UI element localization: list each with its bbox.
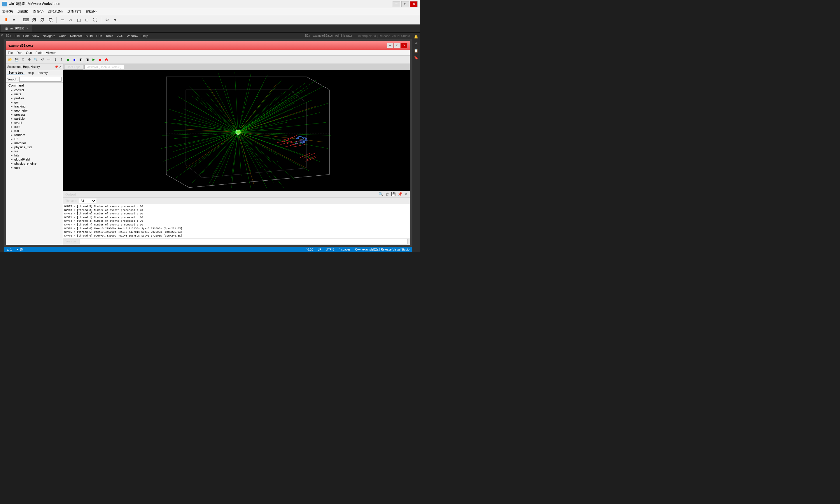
ide-menu-edit[interactable]: Edit [23, 34, 29, 38]
ide-menu-vcs[interactable]: VCS [117, 34, 123, 38]
tool-deco1[interactable]: ◧ [78, 57, 84, 62]
ctrl-alt-del-button[interactable]: ⌨ [22, 16, 30, 23]
minimize-button[interactable]: ─ [393, 1, 400, 7]
tool-6[interactable]: ⇦ [46, 57, 52, 62]
structure-button[interactable]: 📋 [413, 48, 419, 54]
fullscreen-button[interactable]: ⛶ [91, 16, 99, 23]
panel-pin-button[interactable]: 📌 [54, 65, 58, 69]
tree-item-vis[interactable]: ▶ vis [6, 149, 63, 153]
output-content[interactable]: G4WT5 > [thread 5] Number of events proc… [63, 204, 410, 238]
ide-menu-refactor[interactable]: Refactor [70, 34, 82, 38]
ide-menu-code[interactable]: Code [59, 34, 67, 38]
pause-button[interactable]: ⏸ [2, 16, 9, 23]
tool-5[interactable]: ↺ [39, 57, 45, 62]
maximize-button[interactable]: □ [401, 1, 409, 7]
save-button[interactable]: 💾 [14, 57, 19, 62]
tab-useful-tips[interactable]: Useful tips [64, 65, 83, 70]
app-menu-field[interactable]: Field [36, 51, 42, 54]
menu-tab[interactable]: 选项卡(T) [67, 9, 81, 14]
menu-help[interactable]: 帮助(H) [86, 9, 97, 14]
app-menu-file[interactable]: File [8, 51, 13, 54]
ide-menu-build[interactable]: Build [85, 34, 92, 38]
tree-item-random[interactable]: ▶ random [6, 133, 63, 137]
database-button[interactable]: 🗄 [413, 41, 419, 47]
output-close-button[interactable]: ✕ [404, 192, 408, 196]
close-button[interactable]: ✕ [410, 1, 418, 7]
tree-item-physics-engine[interactable]: ▶ physics_engine [6, 161, 63, 165]
tab-scene-tree[interactable]: Scene tree [7, 71, 24, 75]
tree-item-control[interactable]: ▶ control [6, 88, 63, 92]
tree-item-process[interactable]: ▶ process [6, 112, 63, 116]
app-maximize-button[interactable]: □ [394, 43, 400, 48]
tool-search[interactable]: 🔍 [33, 57, 39, 62]
ide-menu-tools[interactable]: Tools [106, 34, 113, 38]
ide-menu-navigate[interactable]: Navigate [42, 34, 55, 38]
capture-3-button[interactable]: 🖼 [47, 16, 54, 23]
menu-edit[interactable]: 编辑(E) [17, 9, 28, 14]
tool-blue-square[interactable]: ■ [71, 57, 77, 62]
app-close-button[interactable]: ✕ [401, 43, 408, 48]
thread-select[interactable]: All thread 0 thread 1 thread 2 [79, 198, 96, 203]
ide-menu-window[interactable]: Window [126, 34, 138, 38]
notifications-button[interactable]: 🔔 [413, 34, 419, 40]
ide-menu-file[interactable]: File [15, 34, 20, 38]
output-search-button[interactable]: 🔍 [379, 192, 383, 196]
tree-item-globalfield[interactable]: ▶ globalField [6, 157, 63, 161]
power-menu-button[interactable]: ▼ [11, 16, 17, 23]
view-3-button[interactable]: ◫ [75, 16, 82, 23]
tree-item-units[interactable]: ▶ units [6, 92, 63, 96]
tab-close-button[interactable]: ✕ [26, 27, 29, 30]
ide-menu-run[interactable]: Run [96, 34, 102, 38]
tool-8[interactable]: ⇩ [58, 57, 65, 62]
tab-history[interactable]: History [37, 71, 49, 75]
settings-button[interactable]: ⚙ [104, 16, 110, 23]
tool-red-power[interactable]: ⏻ [104, 57, 109, 62]
ide-menu-help[interactable]: Help [142, 34, 149, 38]
tool-7[interactable]: ⇧ [52, 57, 58, 62]
menu-vm[interactable]: 虚拟机(M) [48, 9, 63, 14]
tree-item-physics-lists[interactable]: ▶ physics_lists [6, 145, 63, 149]
tree-item-profiler[interactable]: ▶ profiler [6, 96, 63, 100]
view-2-button[interactable]: ▱ [67, 16, 74, 23]
menu-view[interactable]: 查看(V) [33, 9, 44, 14]
tool-deco2[interactable]: ◨ [84, 57, 90, 62]
output-pin-button[interactable]: 📌 [397, 192, 402, 196]
tree-item-particle[interactable]: ▶ particle [6, 116, 63, 121]
bookmarks-button[interactable]: 🔖 [413, 55, 419, 60]
tree-item-geometry[interactable]: ▶ geometry [6, 108, 63, 112]
tool-run[interactable]: ▶ [91, 57, 97, 62]
tool-stop[interactable]: ⏹ [97, 57, 103, 62]
tree-item-gun[interactable]: ▶ gun [6, 165, 63, 169]
app-menu-viewer[interactable]: Viewer [46, 51, 56, 54]
view-1-button[interactable]: ▭ [59, 16, 66, 23]
dropdown-button[interactable]: ▼ [112, 16, 119, 23]
tree-item-material[interactable]: ▶ material [6, 141, 63, 145]
tree-item-hits[interactable]: ▶ hits [6, 153, 63, 157]
view-4-button[interactable]: ⊡ [83, 16, 90, 23]
tab-help[interactable]: Help [27, 71, 35, 75]
tree-item-cuts[interactable]: ▶ cuts [6, 125, 63, 129]
tree-item-b2[interactable]: ▶ B2 [6, 137, 63, 141]
capture-1-button[interactable]: 🖼 [31, 16, 38, 23]
output-save-button[interactable]: 💾 [391, 192, 396, 196]
app-menu-run[interactable]: Run [17, 51, 22, 54]
tool-3[interactable]: ⚙ [20, 57, 26, 62]
tab-viewer-opengl[interactable]: viewer-0 (OpenGLStore&t) [84, 65, 124, 69]
tree-item-tracking[interactable]: ▶ tracking [6, 104, 63, 108]
panel-close-button[interactable]: ✕ [59, 65, 62, 69]
app-minimize-button[interactable]: ─ [387, 43, 393, 48]
session-input[interactable] [80, 239, 408, 244]
tool-green-square[interactable]: ■ [65, 57, 71, 62]
tab-win10[interactable]: 🖥 win10精简 ✕ [1, 25, 32, 32]
tool-4[interactable]: ⚙ [27, 57, 32, 62]
tree-item-event[interactable]: ▶ event [6, 121, 63, 125]
ide-menu-view[interactable]: View [32, 34, 39, 38]
search-input[interactable] [19, 77, 62, 82]
tree-item-run[interactable]: ▶ run [6, 129, 63, 133]
open-button[interactable]: 📂 [7, 57, 13, 62]
app-menu-gun[interactable]: Gun [26, 51, 32, 54]
output-clear-button[interactable]: 🗑 [385, 192, 389, 196]
menu-file[interactable]: 文件(F) [2, 9, 13, 14]
tree-item-gui[interactable]: ▶ gui [6, 100, 63, 104]
capture-2-button[interactable]: 🖼 [39, 16, 46, 23]
